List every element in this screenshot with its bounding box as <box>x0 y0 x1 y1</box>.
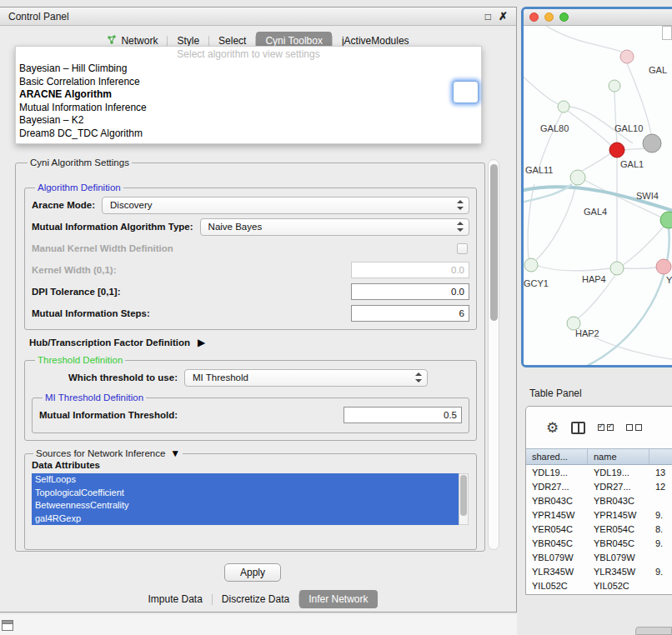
dpi-tolerance-input[interactable]: 0.0 <box>351 283 469 300</box>
network-node-labels: GAL GAL80 GAL10 GAL11 GAL1 SWI4 GAL4 GCY… <box>524 65 672 338</box>
algorithm-definition-group: Algorithm Definition Aracne Mode: Discov… <box>24 182 477 330</box>
restore-panel-icon[interactable] <box>2 620 13 631</box>
manual-kernel-width-checkbox[interactable] <box>457 243 468 254</box>
table-row[interactable]: YDL19...YDL19...13 <box>526 465 672 479</box>
table-row[interactable]: YBR045CYBR045C9. <box>526 536 672 550</box>
attributes-scrollbar[interactable] <box>459 473 469 525</box>
which-threshold-row: Which threshold to use: MI Threshold <box>68 367 469 388</box>
kernel-width-input[interactable]: 0.0 <box>351 262 469 278</box>
column-header[interactable]: shared... <box>526 449 588 464</box>
zoom-traffic-light-icon[interactable] <box>559 12 569 22</box>
network-node[interactable] <box>620 50 634 63</box>
aracne-mode-label: Aracne Mode: <box>32 200 95 210</box>
network-node[interactable] <box>656 259 671 274</box>
close-traffic-light-icon[interactable] <box>529 12 539 22</box>
network-node[interactable] <box>558 101 569 112</box>
table-header-row: shared... name <box>526 448 672 465</box>
network-node[interactable] <box>570 170 585 185</box>
attribute-item-selected[interactable]: TopologicalCoefficient <box>32 487 459 500</box>
aracne-mode-select[interactable]: Discovery <box>102 197 469 214</box>
mi-threshold-row: Mutual Information Threshold: 0.5 <box>39 404 462 426</box>
mi-threshold-label: Mutual Information Threshold: <box>39 410 178 420</box>
table-row[interactable]: YBR043CYBR043C <box>526 493 672 508</box>
attributes-scrollbar-thumb[interactable] <box>460 475 467 516</box>
which-threshold-select[interactable]: MI Threshold <box>184 369 428 387</box>
table-cell: YDL19... <box>526 468 588 478</box>
minimize-traffic-light-icon[interactable] <box>544 12 554 22</box>
hub-definition-toggle[interactable]: Hub/Transcription Factor Definition ▶ <box>29 338 475 348</box>
network-node[interactable] <box>610 262 624 275</box>
select-arrows-icon <box>457 200 464 210</box>
algorithm-option[interactable]: Dream8 DC_TDC Algorithm <box>16 128 481 141</box>
algorithm-option[interactable]: Mutual Information Inference <box>16 102 481 115</box>
tab-label: Style <box>177 35 199 47</box>
node-label: GAL11 <box>525 165 553 175</box>
table-cell: YLR345W <box>588 567 649 577</box>
network-node[interactable] <box>609 80 620 92</box>
close-window-icon[interactable]: ✗ <box>499 11 508 22</box>
sources-title: Sources for Network Inference <box>36 448 165 458</box>
algorithm-option[interactable]: Bayesian – K2 <box>16 114 481 128</box>
node-label: HAP4 <box>582 274 606 284</box>
table-panel-window: ⚙ shared... name YDL19...YDL19...13 YDR2… <box>525 406 672 595</box>
algorithm-dropdown-popup: Select algorithm to view settings Bayesi… <box>15 46 482 144</box>
network-node[interactable] <box>660 212 672 228</box>
network-canvas[interactable]: GAL GAL80 GAL10 GAL11 GAL1 SWI4 GAL4 GCY… <box>524 26 672 365</box>
expand-right-icon: ▶ <box>198 338 205 348</box>
column-header[interactable] <box>649 449 672 464</box>
sources-group: Sources for Network Inference ▼ Data Att… <box>24 448 477 550</box>
mi-steps-input[interactable]: 6 <box>351 305 469 322</box>
table-toolbar: ⚙ <box>526 407 672 448</box>
table-cell: 12 <box>649 482 672 492</box>
attribute-item-selected[interactable]: gal4RGexp <box>32 512 459 526</box>
table-cell: YER054C <box>526 524 588 534</box>
network-window-titlebar <box>524 9 672 26</box>
settings-scrollbar[interactable] <box>488 159 499 550</box>
select-arrows-icon <box>415 372 422 382</box>
table-cell: YDR27... <box>526 482 588 492</box>
threshold-definition-group: Threshold Definition Which threshold to … <box>24 355 477 441</box>
table-row[interactable]: YBL079WYBL079W <box>526 550 672 564</box>
column-header[interactable]: name <box>588 449 649 464</box>
table-row[interactable]: YLR345WYLR345W9. <box>526 564 672 578</box>
table-row[interactable]: YDR27...YDR27...12 <box>526 479 672 493</box>
algorithm-placeholder: Select algorithm to view settings <box>16 47 481 62</box>
table-row[interactable]: YIL052CYIL052C <box>526 578 672 590</box>
window-title: Control Panel <box>8 11 478 22</box>
focused-spinner-field[interactable] <box>453 81 479 103</box>
attribute-item-selected[interactable]: BetweennessCentrality <box>32 499 459 512</box>
hub-definition-label: Hub/Transcription Factor Definition <box>29 338 190 348</box>
attribute-item-selected[interactable]: SelfLoops <box>32 473 459 487</box>
algorithm-option[interactable]: Basic Correlation Inference <box>16 76 481 89</box>
columns-icon[interactable] <box>571 422 585 434</box>
show-all-columns-icon[interactable] <box>598 424 614 431</box>
network-node[interactable] <box>609 142 624 158</box>
tab-impute-data[interactable]: Impute Data <box>138 590 211 608</box>
table-cell: YPR145W <box>526 510 588 520</box>
table-cell: YDL19... <box>588 468 649 478</box>
tab-label: Infer Network <box>308 593 368 605</box>
hide-all-columns-icon[interactable] <box>626 424 642 431</box>
algorithm-definition-title: Algorithm Definition <box>35 182 123 192</box>
algorithm-option-selected[interactable]: ARACNE Algorithm <box>16 88 481 102</box>
network-node[interactable] <box>643 134 661 152</box>
apply-button[interactable]: Apply <box>224 563 281 582</box>
tab-infer-network[interactable]: Infer Network <box>299 590 377 608</box>
checked-box-icon <box>598 424 604 431</box>
table-panel-title: Table Panel <box>529 388 582 399</box>
table-row[interactable]: YPR145WYPR145W9. <box>526 508 672 522</box>
tab-discretize-data[interactable]: Discretize Data <box>213 590 298 608</box>
threshold-definition-title: Threshold Definition <box>35 355 125 365</box>
mi-algorithm-type-select[interactable]: Naive Bayes <box>200 218 469 236</box>
table-row[interactable]: YER054CYER054C8. <box>526 522 672 536</box>
mi-threshold-input[interactable]: 0.5 <box>344 407 462 423</box>
settings-scrollbar-thumb[interactable] <box>490 164 498 321</box>
table-cell: YBL079W <box>526 552 588 562</box>
network-scrollbar-box[interactable] <box>662 26 672 40</box>
algorithm-option[interactable]: Bayesian – Hill Climbing <box>16 62 481 76</box>
float-window-icon[interactable]: □ <box>485 12 491 22</box>
sources-toggle[interactable]: Sources for Network Inference ▼ <box>33 448 183 458</box>
network-node[interactable] <box>524 258 538 272</box>
gear-icon[interactable]: ⚙ <box>546 421 559 435</box>
table-cell: 13 <box>649 468 672 478</box>
